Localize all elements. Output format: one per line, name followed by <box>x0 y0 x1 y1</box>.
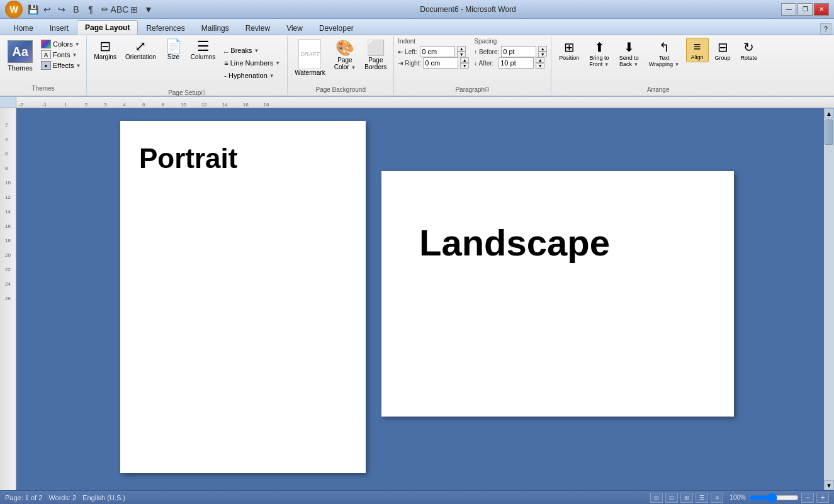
spacing-after-up[interactable]: ▲ <box>536 57 544 63</box>
indent-right-spinner[interactable]: ▲ ▼ <box>460 57 469 69</box>
rotate-button[interactable]: ↻ Rotate <box>737 38 762 63</box>
spacing-before-down[interactable]: ▼ <box>538 52 547 57</box>
columns-button[interactable]: ☰ Columns <box>188 38 218 62</box>
group-button[interactable]: ⊟ Group <box>711 38 735 63</box>
spacing-after-spinner[interactable]: ▲ ▼ <box>536 57 544 69</box>
tab-mailings[interactable]: Mailings <box>193 21 237 35</box>
text-wrapping-button[interactable]: ↰ TextWrapping ▼ <box>645 38 684 69</box>
maximize-button[interactable]: ❐ <box>797 3 813 16</box>
bold-qa-button[interactable]: B <box>70 3 82 16</box>
page-borders-icon: ⬜ <box>366 39 385 57</box>
position-button[interactable]: ⊞ Position <box>555 38 583 63</box>
paragraph-expand[interactable]: ⊡ <box>485 86 490 92</box>
scroll-thumb[interactable] <box>825 120 833 145</box>
effects-button[interactable]: ● Effects ▼ <box>39 60 82 70</box>
custom-qa-dropdown[interactable]: ▼ <box>142 3 155 16</box>
align-icon: ≡ <box>694 40 701 54</box>
window-controls: — ❐ ✕ <box>781 3 829 16</box>
spacing-after-down[interactable]: ▼ <box>536 63 544 69</box>
zoom-slider[interactable] <box>748 494 799 501</box>
indent-right-down[interactable]: ▼ <box>460 63 469 69</box>
page-color-button[interactable]: 🎨 PageColor ▼ <box>331 38 359 72</box>
page-borders-button[interactable]: ⬜ PageBorders <box>361 38 390 72</box>
tab-review[interactable]: Review <box>237 21 278 35</box>
ribbon-group-themes: Aa Themes Colors ▼ A Fonts ▼ ● Effects <box>0 36 87 94</box>
ribbon-group-page-setup: ⊟ Margins ⤢ Orientation 📄 Size ☰ Columns <box>87 36 288 94</box>
full-screen-button[interactable]: ⊡ <box>665 493 678 503</box>
spacing-before-input[interactable]: 0 pt <box>501 46 536 57</box>
tab-developer[interactable]: Developer <box>311 21 362 35</box>
status-bar: Page: 1 of 2 Words: 2 English (U.S.) ⊟ ⊡… <box>0 490 834 504</box>
send-to-back-button[interactable]: ⬇ Send toBack ▼ <box>616 38 643 69</box>
align-button[interactable]: ≡ Align <box>686 38 709 62</box>
tab-references[interactable]: References <box>138 21 193 35</box>
view-controls: ⊟ ⊡ ⊞ ☰ ≡ 100% − + <box>650 493 829 503</box>
hyphenation-button[interactable]: - Hyphenation ▼ <box>221 70 283 81</box>
themes-button[interactable]: Aa Themes <box>4 39 37 73</box>
orientation-button[interactable]: ⤢ Orientation <box>122 38 159 62</box>
ribbon-group-arrange: ⊞ Position ⬆ Bring toFront ▼ ⬇ Send toBa… <box>551 36 765 94</box>
indent-left-up[interactable]: ▲ <box>457 46 466 52</box>
line-numbers-button[interactable]: ≡ Line Numbers ▼ <box>221 57 283 69</box>
title-bar-left: W 💾 ↩ ↪ B ¶ ✏ ABC ⊞ ▼ <box>5 1 155 18</box>
spacing-before-up[interactable]: ▲ <box>538 46 547 52</box>
ribbon-help-button[interactable]: ? <box>820 23 831 35</box>
draft-button[interactable]: ≡ <box>711 493 723 503</box>
spacing-before-spinner[interactable]: ▲ ▼ <box>538 46 547 57</box>
tab-page-layout[interactable]: Page Layout <box>77 20 138 35</box>
fonts-button[interactable]: A Fonts ▼ <box>39 50 82 60</box>
indent-right-up[interactable]: ▲ <box>460 57 469 63</box>
abc-qa-button[interactable]: ABC <box>113 3 126 16</box>
landscape-text: Landscape <box>419 221 610 264</box>
title-bar: W 💾 ↩ ↪ B ¶ ✏ ABC ⊞ ▼ Document6 - Micros… <box>0 0 834 19</box>
indent-right-input[interactable]: 0 cm <box>423 57 458 69</box>
tab-view[interactable]: View <box>278 21 311 35</box>
document-canvas: Portrait Landscape <box>16 108 824 490</box>
quick-access-toolbar: 💾 ↩ ↪ B ¶ ✏ ABC ⊞ ▼ <box>26 3 155 16</box>
breaks-icon: ⎵ <box>224 47 228 54</box>
send-to-back-icon: ⬇ <box>624 40 634 55</box>
print-layout-button[interactable]: ⊟ <box>650 493 663 503</box>
tab-home[interactable]: Home <box>5 21 42 35</box>
web-layout-button[interactable]: ⊞ <box>680 493 693 503</box>
watermark-icon: DRAFT <box>298 39 321 69</box>
zoom-in-button[interactable]: + <box>816 493 829 503</box>
indent-left-icon: ⇤ Left: <box>398 48 418 55</box>
outline-button[interactable]: ☰ <box>696 493 708 503</box>
effects-icon: ● <box>41 61 51 70</box>
bring-to-front-button[interactable]: ⬆ Bring toFront ▼ <box>585 38 612 69</box>
pen-qa-button[interactable]: ✏ <box>99 3 111 16</box>
page-setup-group-label: Page Setup <box>168 88 201 96</box>
office-button[interactable]: W <box>5 1 23 18</box>
minimize-button[interactable]: — <box>781 3 796 16</box>
spacing-before-row: ↑ Before: 0 pt ▲ ▼ <box>474 46 547 57</box>
position-icon: ⊞ <box>564 40 575 55</box>
colors-button[interactable]: Colors ▼ <box>39 39 82 49</box>
text-wrapping-icon: ↰ <box>659 40 670 55</box>
indent-left-row: ⇤ Left: 0 cm ▲ ▼ <box>398 46 469 57</box>
scroll-down-button[interactable]: ▼ <box>824 480 834 490</box>
themes-sub-buttons: Colors ▼ A Fonts ▼ ● Effects ▼ <box>39 39 82 70</box>
indent-left-down[interactable]: ▼ <box>457 52 466 57</box>
scroll-up-button[interactable]: ▲ <box>824 108 834 118</box>
tab-insert[interactable]: Insert <box>42 21 77 35</box>
vertical-scrollbar: ▲ ▼ <box>824 108 834 490</box>
spacing-panel: Spacing ↑ Before: 0 pt ▲ ▼ ↓ After: 10 p… <box>474 38 547 69</box>
redo-button[interactable]: ↪ <box>55 3 68 16</box>
undo-button[interactable]: ↩ <box>41 3 54 16</box>
paragraph-qa-button[interactable]: ¶ <box>84 3 97 16</box>
indent-left-input[interactable]: 0 cm <box>420 46 455 57</box>
watermark-button[interactable]: DRAFT Watermark <box>291 38 329 77</box>
colors-icon <box>41 40 51 48</box>
spacing-after-input[interactable]: 10 pt <box>499 57 534 69</box>
margins-button[interactable]: ⊟ Margins <box>91 38 120 62</box>
save-button[interactable]: 💾 <box>26 3 39 16</box>
zoom-out-button[interactable]: − <box>801 493 814 503</box>
breaks-button[interactable]: ⎵ Breaks ▼ <box>221 45 283 56</box>
size-button[interactable]: 📄 Size <box>162 38 185 62</box>
close-button[interactable]: ✕ <box>814 3 829 16</box>
ruler-area: -2 -1 1 2 3 4 6 8 10 12 14 16 18 <box>0 97 834 108</box>
indent-left-spinner[interactable]: ▲ ▼ <box>457 46 466 57</box>
grid-qa-button[interactable]: ⊞ <box>128 3 140 16</box>
page-setup-expand[interactable]: ⊡ <box>201 89 206 96</box>
